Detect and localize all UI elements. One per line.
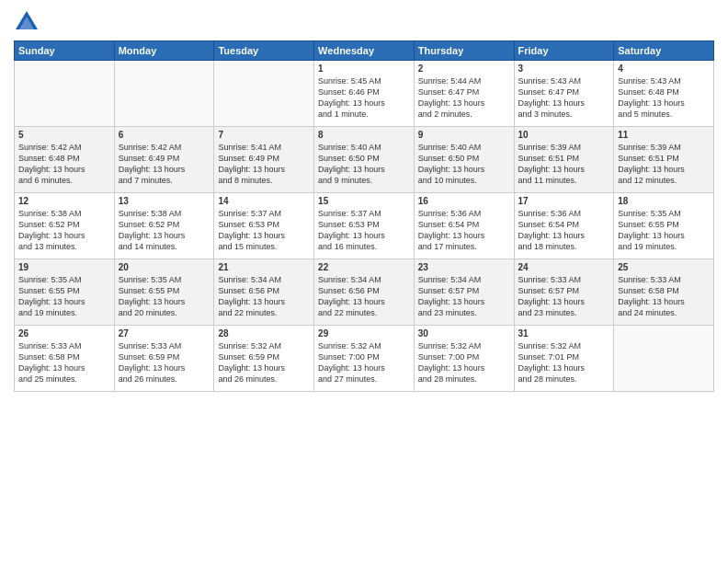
day-cell: 14Sunrise: 5:37 AM Sunset: 6:53 PM Dayli… <box>214 193 314 259</box>
day-content: Sunrise: 5:45 AM Sunset: 6:46 PM Dayligh… <box>318 75 410 121</box>
day-number: 21 <box>218 262 310 272</box>
day-content: Sunrise: 5:42 AM Sunset: 6:48 PM Dayligh… <box>18 142 110 187</box>
day-number: 10 <box>518 130 610 140</box>
day-cell: 20Sunrise: 5:35 AM Sunset: 6:55 PM Dayli… <box>114 259 214 326</box>
day-cell: 31Sunrise: 5:32 AM Sunset: 7:01 PM Dayli… <box>514 326 614 392</box>
day-number: 26 <box>18 328 110 339</box>
day-content: Sunrise: 5:36 AM Sunset: 6:54 PM Dayligh… <box>418 208 510 253</box>
day-content: Sunrise: 5:44 AM Sunset: 6:47 PM Dayligh… <box>418 75 510 121</box>
day-content: Sunrise: 5:41 AM Sunset: 6:49 PM Dayligh… <box>218 142 310 187</box>
day-cell: 21Sunrise: 5:34 AM Sunset: 6:56 PM Dayli… <box>214 259 314 326</box>
day-cell: 1Sunrise: 5:45 AM Sunset: 6:46 PM Daylig… <box>314 61 415 127</box>
day-cell: 9Sunrise: 5:40 AM Sunset: 6:50 PM Daylig… <box>414 127 514 193</box>
day-content: Sunrise: 5:40 AM Sunset: 6:50 PM Dayligh… <box>318 142 410 187</box>
header-row: SundayMondayTuesdayWednesdayThursdayFrid… <box>15 41 714 61</box>
day-cell: 17Sunrise: 5:36 AM Sunset: 6:54 PM Dayli… <box>514 193 614 259</box>
day-number: 8 <box>318 130 410 140</box>
day-number: 24 <box>518 262 610 272</box>
day-cell <box>15 61 115 127</box>
day-content: Sunrise: 5:40 AM Sunset: 6:50 PM Dayligh… <box>418 142 510 187</box>
day-cell: 4Sunrise: 5:43 AM Sunset: 6:48 PM Daylig… <box>614 61 714 127</box>
col-header-monday: Monday <box>114 41 214 61</box>
day-content: Sunrise: 5:37 AM Sunset: 6:53 PM Dayligh… <box>318 208 410 253</box>
page: SundayMondayTuesdayWednesdayThursdayFrid… <box>0 0 728 563</box>
col-header-saturday: Saturday <box>614 41 714 61</box>
day-cell: 29Sunrise: 5:32 AM Sunset: 7:00 PM Dayli… <box>314 326 415 392</box>
day-cell: 18Sunrise: 5:35 AM Sunset: 6:55 PM Dayli… <box>614 193 714 259</box>
col-header-sunday: Sunday <box>15 41 115 61</box>
day-number: 25 <box>618 262 710 272</box>
day-number: 14 <box>218 196 310 206</box>
day-number: 31 <box>518 328 610 339</box>
day-number: 19 <box>18 262 110 272</box>
day-cell: 5Sunrise: 5:42 AM Sunset: 6:48 PM Daylig… <box>15 127 115 193</box>
day-cell: 28Sunrise: 5:32 AM Sunset: 6:59 PM Dayli… <box>214 326 314 392</box>
day-cell: 3Sunrise: 5:43 AM Sunset: 6:47 PM Daylig… <box>514 61 614 127</box>
day-number: 23 <box>418 262 510 272</box>
day-number: 6 <box>119 130 210 140</box>
day-number: 18 <box>618 196 710 206</box>
week-row-3: 12Sunrise: 5:38 AM Sunset: 6:52 PM Dayli… <box>15 193 714 259</box>
day-content: Sunrise: 5:32 AM Sunset: 7:00 PM Dayligh… <box>318 340 410 385</box>
day-number: 22 <box>318 262 410 272</box>
day-content: Sunrise: 5:42 AM Sunset: 6:49 PM Dayligh… <box>119 142 210 187</box>
day-number: 29 <box>318 328 410 339</box>
day-cell: 2Sunrise: 5:44 AM Sunset: 6:47 PM Daylig… <box>414 61 514 127</box>
day-content: Sunrise: 5:36 AM Sunset: 6:54 PM Dayligh… <box>518 208 610 253</box>
day-cell <box>214 61 314 127</box>
day-number: 4 <box>618 63 710 74</box>
day-content: Sunrise: 5:37 AM Sunset: 6:53 PM Dayligh… <box>218 208 310 253</box>
col-header-thursday: Thursday <box>414 41 514 61</box>
day-content: Sunrise: 5:34 AM Sunset: 6:56 PM Dayligh… <box>318 274 410 319</box>
day-cell <box>614 326 714 392</box>
logo-icon <box>14 9 40 35</box>
day-number: 16 <box>418 196 510 206</box>
day-number: 30 <box>418 328 510 339</box>
day-content: Sunrise: 5:32 AM Sunset: 7:01 PM Dayligh… <box>518 340 610 385</box>
day-content: Sunrise: 5:34 AM Sunset: 6:56 PM Dayligh… <box>218 274 310 319</box>
day-cell: 11Sunrise: 5:39 AM Sunset: 6:51 PM Dayli… <box>614 127 714 193</box>
day-number: 13 <box>119 196 210 206</box>
day-content: Sunrise: 5:33 AM Sunset: 6:57 PM Dayligh… <box>518 274 610 319</box>
day-content: Sunrise: 5:43 AM Sunset: 6:47 PM Dayligh… <box>518 75 610 121</box>
day-content: Sunrise: 5:38 AM Sunset: 6:52 PM Dayligh… <box>119 208 210 253</box>
day-cell: 25Sunrise: 5:33 AM Sunset: 6:58 PM Dayli… <box>614 259 714 326</box>
day-number: 1 <box>318 63 410 74</box>
col-header-tuesday: Tuesday <box>214 41 314 61</box>
day-content: Sunrise: 5:32 AM Sunset: 6:59 PM Dayligh… <box>218 340 310 385</box>
day-number: 7 <box>218 130 310 140</box>
week-row-4: 19Sunrise: 5:35 AM Sunset: 6:55 PM Dayli… <box>15 259 714 326</box>
day-cell: 12Sunrise: 5:38 AM Sunset: 6:52 PM Dayli… <box>15 193 115 259</box>
day-cell: 22Sunrise: 5:34 AM Sunset: 6:56 PM Dayli… <box>314 259 415 326</box>
day-number: 17 <box>518 196 610 206</box>
day-content: Sunrise: 5:32 AM Sunset: 7:00 PM Dayligh… <box>418 340 510 385</box>
day-content: Sunrise: 5:39 AM Sunset: 6:51 PM Dayligh… <box>618 142 710 187</box>
day-cell: 16Sunrise: 5:36 AM Sunset: 6:54 PM Dayli… <box>414 193 514 259</box>
day-number: 15 <box>318 196 410 206</box>
day-cell: 10Sunrise: 5:39 AM Sunset: 6:51 PM Dayli… <box>514 127 614 193</box>
day-cell: 19Sunrise: 5:35 AM Sunset: 6:55 PM Dayli… <box>15 259 115 326</box>
day-cell: 13Sunrise: 5:38 AM Sunset: 6:52 PM Dayli… <box>114 193 214 259</box>
logo <box>14 9 43 35</box>
day-number: 11 <box>618 130 710 140</box>
day-number: 9 <box>418 130 510 140</box>
day-content: Sunrise: 5:34 AM Sunset: 6:57 PM Dayligh… <box>418 274 510 319</box>
day-cell: 24Sunrise: 5:33 AM Sunset: 6:57 PM Dayli… <box>514 259 614 326</box>
day-content: Sunrise: 5:33 AM Sunset: 6:59 PM Dayligh… <box>119 340 210 385</box>
day-number: 5 <box>18 130 110 140</box>
day-content: Sunrise: 5:39 AM Sunset: 6:51 PM Dayligh… <box>518 142 610 187</box>
day-number: 28 <box>218 328 310 339</box>
day-number: 2 <box>418 63 510 74</box>
day-number: 3 <box>518 63 610 74</box>
day-content: Sunrise: 5:35 AM Sunset: 6:55 PM Dayligh… <box>119 274 210 319</box>
day-cell: 26Sunrise: 5:33 AM Sunset: 6:58 PM Dayli… <box>15 326 115 392</box>
day-content: Sunrise: 5:35 AM Sunset: 6:55 PM Dayligh… <box>18 274 110 319</box>
day-cell: 27Sunrise: 5:33 AM Sunset: 6:59 PM Dayli… <box>114 326 214 392</box>
day-cell: 30Sunrise: 5:32 AM Sunset: 7:00 PM Dayli… <box>414 326 514 392</box>
day-content: Sunrise: 5:38 AM Sunset: 6:52 PM Dayligh… <box>18 208 110 253</box>
day-cell: 6Sunrise: 5:42 AM Sunset: 6:49 PM Daylig… <box>114 127 214 193</box>
header <box>14 9 714 35</box>
calendar-table: SundayMondayTuesdayWednesdayThursdayFrid… <box>14 40 714 392</box>
day-cell: 23Sunrise: 5:34 AM Sunset: 6:57 PM Dayli… <box>414 259 514 326</box>
day-cell <box>114 61 214 127</box>
